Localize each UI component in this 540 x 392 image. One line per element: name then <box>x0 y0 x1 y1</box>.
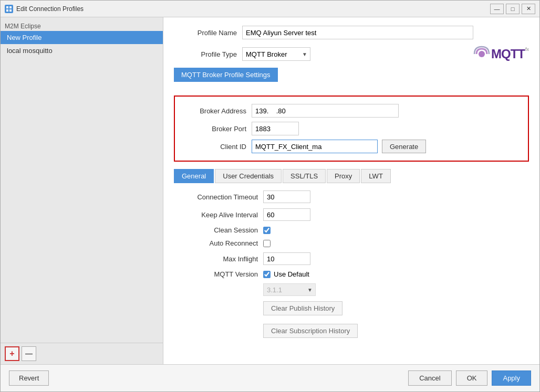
sidebar-items: M2M Eclipse New Profile local mosquitto <box>1 17 163 343</box>
sidebar-item-new-profile[interactable]: New Profile <box>1 31 163 44</box>
mqtt-wordmark: MQTT <box>491 47 525 61</box>
svg-rect-1 <box>9 6 12 8</box>
svg-rect-3 <box>9 9 12 12</box>
bottom-right: Cancel OK Apply <box>408 370 531 386</box>
profile-type-label: Profile Type <box>174 50 237 58</box>
app-icon <box>5 5 13 13</box>
auto-reconnect-row: Auto Reconnect <box>174 239 529 247</box>
tabs: General User Credentials SSL/TLS Proxy L… <box>174 169 529 183</box>
profile-type-select[interactable]: MQTT Broker MQTT Spy <box>242 47 310 61</box>
ok-button[interactable]: OK <box>456 370 488 386</box>
tab-user-credentials[interactable]: User Credentials <box>215 169 282 183</box>
version-select-wrapper: 3.1.1 3.1 5.0 ▼ <box>263 283 316 296</box>
broker-address-input[interactable] <box>252 104 399 118</box>
close-button[interactable]: ✕ <box>522 4 535 14</box>
minimize-button[interactable]: — <box>490 4 504 14</box>
clean-session-label: Clean Session <box>174 226 258 234</box>
auto-reconnect-checkbox-wrapper <box>263 240 271 247</box>
clean-session-row: Clean Session <box>174 226 529 234</box>
broker-port-input[interactable] <box>252 122 299 135</box>
use-default-label: Use Default <box>274 270 309 278</box>
keep-alive-label: Keep Alive Interval <box>174 211 258 219</box>
connection-timeout-row: Connection Timeout <box>174 190 529 203</box>
version-select-row: 3.1.1 3.1 5.0 ▼ <box>174 283 529 296</box>
max-inflight-row: Max Inflight <box>174 252 529 265</box>
client-id-label: Client ID <box>183 143 246 151</box>
connection-timeout-label: Connection Timeout <box>174 193 258 201</box>
tab-proxy[interactable]: Proxy <box>327 169 360 183</box>
svg-rect-0 <box>6 6 8 8</box>
apply-button[interactable]: Apply <box>492 370 531 386</box>
profile-name-label: Profile Name <box>174 29 237 37</box>
titlebar: Edit Connection Profiles — □ ✕ <box>1 1 539 17</box>
section-header-wrapper: MQTT Broker Profile Settings <box>174 68 529 89</box>
client-id-row: Client ID Generate <box>183 140 520 153</box>
sidebar-item-local-mosquitto[interactable]: local mosquitto <box>1 44 163 57</box>
client-id-input[interactable] <box>252 140 378 153</box>
broker-port-row: Broker Port <box>183 122 520 135</box>
profile-type-select-wrapper: MQTT Broker MQTT Spy ▼ <box>242 47 310 61</box>
cancel-button[interactable]: Cancel <box>408 370 451 386</box>
tab-general[interactable]: General <box>174 169 214 183</box>
broker-address-row: Broker Address <box>183 104 520 118</box>
auto-reconnect-checkbox[interactable] <box>263 240 271 247</box>
main-window: Edit Connection Profiles — □ ✕ M2M Eclip… <box>0 0 540 392</box>
profile-type-row: Profile Type MQTT Broker MQTT Spy ▼ <box>174 45 529 63</box>
version-select[interactable]: 3.1.1 3.1 5.0 <box>263 283 316 296</box>
tab-ssl-tls[interactable]: SSL/TLS <box>283 169 326 183</box>
general-form: Connection Timeout Keep Alive Interval C… <box>174 190 529 346</box>
tab-lwt[interactable]: LWT <box>361 169 390 183</box>
keep-alive-row: Keep Alive Interval <box>174 208 529 221</box>
profile-name-input[interactable] <box>242 26 473 39</box>
mqtt-version-label: MQTT Version <box>174 270 258 278</box>
mqtt-version-checkbox-wrapper: Use Default <box>263 270 309 278</box>
mqtt-signal-icon <box>472 45 491 63</box>
window-controls: — □ ✕ <box>490 4 535 14</box>
mqtt-version-row: MQTT Version Use Default <box>174 270 529 278</box>
clean-session-checkbox[interactable] <box>263 227 271 234</box>
bottom-left: Revert <box>9 370 408 386</box>
mqtt-logo: MQTT fx <box>472 45 529 63</box>
sidebar-bottom: + — <box>1 343 163 364</box>
section-header: MQTT Broker Profile Settings <box>174 68 278 82</box>
connection-timeout-input[interactable] <box>263 190 310 203</box>
maximize-button[interactable]: □ <box>506 4 520 14</box>
broker-settings-box: Broker Address Broker Port Client ID Gen… <box>174 96 529 162</box>
auto-reconnect-label: Auto Reconnect <box>174 239 258 247</box>
right-panel: Profile Name Profile Type MQTT Broker MQ… <box>163 17 539 364</box>
profile-name-row: Profile Name <box>174 26 529 39</box>
generate-button[interactable]: Generate <box>382 140 426 153</box>
sidebar-group-header: M2M Eclipse <box>1 19 163 31</box>
clear-publish-row: Clear Publish History <box>174 301 529 319</box>
window-title: Edit Connection Profiles <box>16 5 490 13</box>
bottom-bar: Revert Cancel OK Apply <box>1 364 539 391</box>
clear-subscription-button[interactable]: Clear Subscription History <box>263 324 358 338</box>
revert-button[interactable]: Revert <box>9 370 49 386</box>
sidebar: M2M Eclipse New Profile local mosquitto … <box>1 17 163 364</box>
broker-address-label: Broker Address <box>183 107 246 115</box>
main-content: M2M Eclipse New Profile local mosquitto … <box>1 17 539 364</box>
clear-publish-button[interactable]: Clear Publish History <box>263 301 342 315</box>
max-inflight-input[interactable] <box>263 252 310 265</box>
mqtt-version-checkbox[interactable] <box>263 271 271 278</box>
remove-profile-button[interactable]: — <box>22 346 36 361</box>
broker-port-label: Broker Port <box>183 125 246 133</box>
svg-point-4 <box>479 51 485 57</box>
clean-session-checkbox-wrapper <box>263 227 271 234</box>
svg-rect-2 <box>6 9 8 12</box>
max-inflight-label: Max Inflight <box>174 255 258 263</box>
add-profile-button[interactable]: + <box>5 346 19 361</box>
keep-alive-input[interactable] <box>263 208 310 221</box>
clear-subscription-row: Clear Subscription History <box>174 324 529 341</box>
mqtt-badge: fx <box>525 47 529 52</box>
